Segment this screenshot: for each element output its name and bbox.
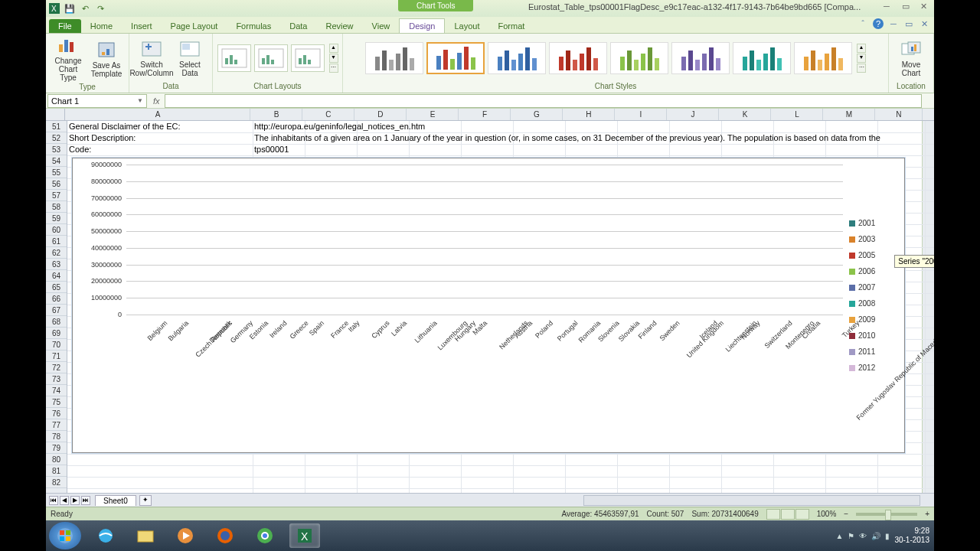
- tab-formulas[interactable]: Formulas: [227, 19, 280, 33]
- horizontal-scrollbar[interactable]: [583, 495, 920, 506]
- col-header-L[interactable]: L: [771, 109, 823, 120]
- row-header-56[interactable]: 56: [46, 178, 67, 190]
- task-firefox-icon[interactable]: [210, 523, 240, 548]
- tab-view[interactable]: View: [363, 19, 400, 33]
- col-header-F[interactable]: F: [459, 109, 511, 120]
- row-header-70[interactable]: 70: [46, 339, 67, 350]
- chart-style-thumb[interactable]: [488, 42, 546, 74]
- task-excel-icon[interactable]: X: [289, 523, 320, 548]
- row-header-73[interactable]: 73: [46, 373, 67, 385]
- chart-layout-thumb[interactable]: [291, 44, 325, 72]
- row-header-81[interactable]: 81: [46, 465, 67, 477]
- row-header-77[interactable]: 77: [46, 419, 67, 431]
- col-header-C[interactable]: C: [302, 109, 354, 120]
- row-header-59[interactable]: 59: [46, 213, 67, 224]
- col-header-A[interactable]: A: [65, 109, 250, 120]
- tray-flag-icon[interactable]: ⚑: [848, 532, 854, 540]
- name-box[interactable]: Chart 1▼: [47, 94, 147, 108]
- close-icon[interactable]: ✕: [920, 2, 931, 12]
- tray-network-icon[interactable]: 👁: [859, 532, 867, 540]
- save-icon[interactable]: 💾: [64, 3, 75, 14]
- tray-up-icon[interactable]: ▲: [836, 532, 844, 540]
- style-scroll-up-icon[interactable]: ▲: [857, 44, 866, 53]
- cells-area[interactable]: General Disclaimer of the EC:http://euro…: [67, 121, 934, 493]
- task-explorer-icon[interactable]: [130, 523, 161, 548]
- save-as-template-button[interactable]: Save As Template: [89, 40, 124, 78]
- workbook-close-icon[interactable]: ✕: [919, 18, 929, 29]
- row-header-54[interactable]: 54: [46, 155, 67, 167]
- sheet-nav-next-icon[interactable]: ▶: [70, 496, 80, 505]
- view-page-break-icon[interactable]: [795, 509, 809, 520]
- sheet-nav-prev-icon[interactable]: ◀: [60, 496, 69, 505]
- legend-item[interactable]: 2012: [849, 360, 903, 376]
- help-icon[interactable]: ?: [873, 18, 884, 29]
- row-header-55[interactable]: 55: [46, 167, 67, 178]
- select-data-button[interactable]: Select Data: [172, 39, 207, 77]
- row-header-64[interactable]: 64: [46, 270, 67, 282]
- task-ie-icon[interactable]: [90, 523, 121, 548]
- row-header-74[interactable]: 74: [46, 385, 67, 396]
- row-header-75[interactable]: 75: [46, 396, 67, 408]
- maximize-icon[interactable]: ▭: [902, 2, 913, 12]
- layout-more-icon[interactable]: ⋯: [329, 64, 338, 73]
- chart-style-thumb[interactable]: [365, 42, 423, 74]
- select-all-corner[interactable]: [46, 109, 65, 120]
- tab-insert[interactable]: Insert: [122, 19, 162, 33]
- layout-scroll-down-icon[interactable]: ▼: [329, 54, 338, 63]
- row-header-60[interactable]: 60: [46, 224, 67, 236]
- chart-style-thumb[interactable]: [549, 42, 607, 74]
- row-header-62[interactable]: 62: [46, 247, 67, 259]
- row-header-66[interactable]: 66: [46, 293, 67, 305]
- col-header-G[interactable]: G: [511, 109, 563, 120]
- row-header-53[interactable]: 53: [46, 144, 67, 155]
- workbook-minimize-icon[interactable]: ─: [888, 18, 899, 29]
- undo-icon[interactable]: ↶: [80, 3, 90, 14]
- row-header-51[interactable]: 51: [46, 121, 67, 132]
- tab-design[interactable]: Design: [399, 18, 445, 33]
- row-header-61[interactable]: 61: [46, 236, 67, 247]
- col-header-M[interactable]: M: [823, 109, 875, 120]
- col-header-I[interactable]: I: [615, 109, 667, 120]
- zoom-slider[interactable]: [856, 513, 917, 516]
- new-sheet-icon[interactable]: ✦: [139, 495, 152, 506]
- row-header-58[interactable]: 58: [46, 201, 67, 213]
- legend-item[interactable]: 2009: [849, 311, 903, 328]
- sheet-nav-first-icon[interactable]: ⏮: [49, 496, 58, 505]
- view-page-layout-icon[interactable]: [781, 509, 795, 520]
- task-media-player-icon[interactable]: [170, 523, 201, 548]
- row-header-79[interactable]: 79: [46, 442, 67, 454]
- vertical-scrollbar[interactable]: [922, 121, 934, 493]
- tab-home[interactable]: Home: [81, 19, 122, 33]
- taskbar-clock[interactable]: 9:28 30-1-2013: [894, 527, 929, 545]
- view-normal-icon[interactable]: [766, 509, 780, 520]
- move-chart-button[interactable]: Move Chart: [893, 39, 929, 77]
- style-more-icon[interactable]: ⋯: [857, 64, 866, 73]
- formula-bar[interactable]: [165, 94, 922, 108]
- change-chart-type-button[interactable]: Change Chart Type: [51, 35, 86, 82]
- row-header-69[interactable]: 69: [46, 328, 67, 339]
- sheet-tab-sheet0[interactable]: Sheet0: [95, 495, 136, 506]
- redo-icon[interactable]: ↷: [95, 3, 106, 14]
- row-header-68[interactable]: 68: [46, 316, 67, 328]
- col-header-D[interactable]: D: [354, 109, 407, 120]
- fx-icon[interactable]: fx: [153, 96, 160, 106]
- legend-item[interactable]: 2007: [849, 279, 903, 295]
- workbook-restore-icon[interactable]: ▭: [903, 18, 914, 29]
- col-header-B[interactable]: B: [250, 109, 302, 120]
- sheet-nav-last-icon[interactable]: ⏭: [81, 496, 90, 505]
- row-header-72[interactable]: 72: [46, 362, 67, 373]
- style-scroll-down-icon[interactable]: ▼: [857, 54, 866, 63]
- row-header-76[interactable]: 76: [46, 408, 67, 419]
- row-header-65[interactable]: 65: [46, 282, 67, 293]
- row-header-82[interactable]: 82: [46, 477, 67, 488]
- col-header-J[interactable]: J: [667, 109, 719, 120]
- zoom-in-icon[interactable]: +: [925, 510, 929, 518]
- tab-format[interactable]: Format: [488, 19, 534, 33]
- tab-data[interactable]: Data: [280, 19, 316, 33]
- chart-style-thumb[interactable]: [671, 42, 730, 74]
- tray-battery-icon[interactable]: ▮: [885, 532, 890, 540]
- tab-file[interactable]: File: [49, 19, 81, 33]
- row-header-52[interactable]: 52: [46, 132, 67, 144]
- chart-style-thumb[interactable]: [610, 42, 668, 74]
- tab-page-layout[interactable]: Page Layout: [162, 19, 227, 33]
